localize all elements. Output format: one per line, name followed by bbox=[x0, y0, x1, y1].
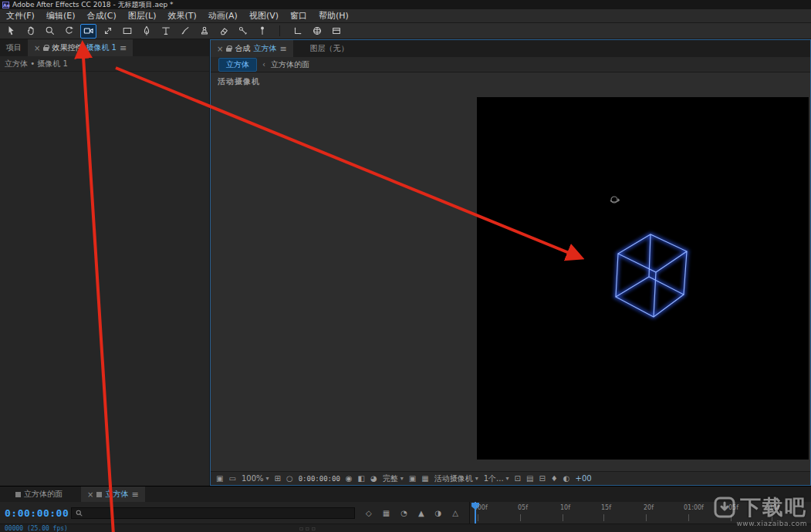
close-icon[interactable]: × bbox=[34, 44, 40, 52]
snapshot-icon[interactable]: ◉ bbox=[346, 474, 353, 483]
menu-window[interactable]: 窗口 bbox=[290, 10, 307, 22]
channels-icon[interactable]: ◕ bbox=[370, 474, 377, 483]
rectangle-tool[interactable] bbox=[119, 24, 135, 39]
current-timecode[interactable]: 0:00:00:00 bbox=[5, 507, 65, 519]
zoom-tool[interactable] bbox=[42, 24, 58, 39]
composition-navigator: 立方体 ‹ 立方体的面 bbox=[211, 57, 810, 72]
menu-animation[interactable]: 动画(A) bbox=[208, 10, 238, 22]
tab-cube-timeline[interactable]: × 立方体 ≡ bbox=[81, 487, 145, 502]
pixel-aspect-icon[interactable]: ⊡ bbox=[515, 474, 521, 483]
main-viewer-icon[interactable]: ▭ bbox=[228, 474, 235, 483]
time-ruler[interactable]: :00f 05f 10f 15f 20f 01:00f 05f 10f bbox=[469, 502, 811, 524]
tab-layer[interactable]: 图层（无） bbox=[304, 40, 355, 57]
ruler-tick: 20f bbox=[644, 504, 654, 511]
menu-edit[interactable]: 编辑(E) bbox=[46, 10, 76, 22]
menu-effect[interactable]: 效果(T) bbox=[167, 10, 196, 22]
panel-menu-icon[interactable]: ≡ bbox=[279, 44, 286, 54]
lock-icon[interactable] bbox=[226, 48, 231, 52]
tool-bar bbox=[0, 23, 811, 39]
close-icon[interactable]: × bbox=[87, 490, 93, 499]
frame-info: 00000 (25.00 fps) bbox=[5, 525, 68, 532]
chevron-down-icon: ▾ bbox=[506, 475, 509, 482]
mini-timeline-icon[interactable]: ⊟ bbox=[539, 474, 545, 483]
menu-help[interactable]: 帮助(H) bbox=[319, 10, 349, 22]
panel-menu-icon[interactable]: ≡ bbox=[120, 43, 127, 53]
clone-stamp-tool[interactable] bbox=[196, 24, 212, 39]
view-layout-select[interactable]: 1个... bbox=[484, 473, 504, 484]
brush-tool[interactable] bbox=[177, 24, 193, 39]
nav-parent-comp[interactable]: 立方体的面 bbox=[271, 59, 309, 70]
ruler-tick: :00f bbox=[475, 504, 488, 511]
nav-current-comp[interactable]: 立方体 bbox=[218, 58, 257, 72]
title-bar: Ae Adobe After Effects CC 2018 - 无标题项目.a… bbox=[0, 0, 811, 9]
unified-camera-tool[interactable] bbox=[80, 24, 96, 39]
search-input[interactable] bbox=[86, 509, 350, 517]
effect-controls-empty bbox=[0, 72, 209, 486]
menu-composition[interactable]: 合成(C) bbox=[86, 10, 116, 22]
resolution-select[interactable]: 完整 bbox=[383, 473, 398, 484]
active-camera-label: 活动摄像机 bbox=[218, 76, 260, 87]
type-tool[interactable] bbox=[157, 24, 174, 39]
ruler-tick: 05f bbox=[728, 504, 738, 511]
after-effects-window: Ae Adobe After Effects CC 2018 - 无标题项目.a… bbox=[0, 0, 811, 532]
menu-layer[interactable]: 图层(L) bbox=[128, 10, 157, 22]
ruler-tick: 15f bbox=[601, 504, 611, 511]
timeline-panel: 立方体的面 × 立方体 ≡ 0:00:00:00 ◇ ▦ ◔ ▲ ◑ △ bbox=[0, 486, 811, 532]
pen-tool[interactable] bbox=[138, 24, 154, 39]
tab-cube-faces-label: 立方体的面 bbox=[24, 489, 63, 500]
graph-editor-icon[interactable]: △ bbox=[452, 509, 458, 517]
world-axis-icon[interactable] bbox=[309, 24, 325, 39]
left-panel-tabs: 项目 × 效果控件 摄像机 1 ≡ bbox=[0, 39, 209, 56]
rotation-tool[interactable] bbox=[61, 24, 77, 39]
tab-effect-controls[interactable]: × 效果控件 摄像机 1 ≡ bbox=[28, 39, 133, 56]
fast-preview-icon[interactable]: ▤ bbox=[526, 474, 533, 483]
selection-tool[interactable] bbox=[3, 24, 19, 39]
search-icon bbox=[76, 510, 83, 517]
window-title: Adobe After Effects CC 2018 - 无标题项目.aep … bbox=[12, 0, 174, 10]
mask-visibility-icon[interactable]: ○ bbox=[286, 474, 293, 483]
cube-wireframe bbox=[477, 97, 809, 460]
timeline-switches: ◇ ▦ ◔ ▲ ◑ △ bbox=[361, 509, 463, 517]
grid-options-icon[interactable]: ⊞ bbox=[275, 474, 281, 483]
draft-3d-icon[interactable]: ▦ bbox=[383, 509, 390, 517]
flowchart-icon[interactable]: ♦ bbox=[551, 474, 558, 483]
shy-layers-icon[interactable]: ◔ bbox=[400, 509, 407, 517]
ae-app-icon: Ae bbox=[2, 2, 9, 8]
tab-composition-prefix: 合成 bbox=[235, 43, 250, 54]
orbit-camera-icon bbox=[609, 194, 620, 206]
exposure-value[interactable]: +00 bbox=[576, 474, 592, 483]
footer-timecode[interactable]: 0:00:00:00 bbox=[299, 475, 340, 483]
mini-flowchart-icon[interactable]: ◇ bbox=[366, 509, 372, 517]
motion-blur-icon[interactable]: ◑ bbox=[435, 509, 442, 517]
transparency-grid-icon[interactable]: ▦ bbox=[421, 474, 428, 483]
zoom-select[interactable]: 100% bbox=[242, 474, 264, 483]
hand-tool[interactable] bbox=[22, 24, 39, 39]
menu-bar: 文件(F) 编辑(E) 合成(C) 图层(L) 效果(T) 动画(A) 视图(V… bbox=[0, 9, 811, 23]
tab-project[interactable]: 项目 bbox=[0, 39, 28, 56]
always-preview-icon[interactable]: ▣ bbox=[216, 474, 223, 483]
menu-file[interactable]: 文件(F) bbox=[6, 10, 35, 22]
region-of-interest-icon[interactable]: ▣ bbox=[409, 474, 416, 483]
local-axis-icon[interactable] bbox=[289, 24, 306, 39]
timeline-controls: 0:00:00:00 ◇ ▦ ◔ ▲ ◑ △ :00f 05f 10f 15f … bbox=[0, 502, 811, 524]
close-icon[interactable]: × bbox=[217, 45, 223, 53]
comp-footer-bar: ▣ ▭ 100% ▾ ⊞ ○ 0:00:00:00 ◉ ◧ ◕ 完整 ▾ ▣ ▦… bbox=[211, 471, 810, 485]
lock-icon[interactable] bbox=[43, 47, 49, 51]
tab-cube-faces-timeline[interactable]: 立方体的面 bbox=[9, 487, 69, 502]
tab-composition[interactable]: × 合成 立方体 ≡ bbox=[211, 40, 293, 57]
camera-view-select[interactable]: 活动摄像机 bbox=[434, 473, 473, 484]
exposure-reset-icon[interactable]: ◐ bbox=[563, 474, 570, 483]
roto-brush-tool[interactable] bbox=[235, 24, 251, 39]
view-axis-icon[interactable] bbox=[328, 24, 344, 39]
show-snapshot-icon[interactable]: ◧ bbox=[358, 474, 365, 483]
comp-viewport[interactable] bbox=[477, 97, 809, 460]
puppet-pin-tool[interactable] bbox=[254, 24, 270, 39]
ruler-tick: 01:00f bbox=[684, 504, 704, 511]
panel-menu-icon[interactable]: ≡ bbox=[131, 490, 138, 500]
menu-view[interactable]: 视图(V) bbox=[249, 10, 279, 22]
comp-pasteboard[interactable]: 活动摄像机 bbox=[211, 72, 810, 471]
comp-panel-tabs: × 合成 立方体 ≡ 图层（无） bbox=[211, 40, 810, 57]
eraser-tool[interactable] bbox=[215, 24, 231, 39]
pan-behind-tool[interactable] bbox=[100, 24, 116, 39]
frame-blending-icon[interactable]: ▲ bbox=[418, 509, 424, 517]
